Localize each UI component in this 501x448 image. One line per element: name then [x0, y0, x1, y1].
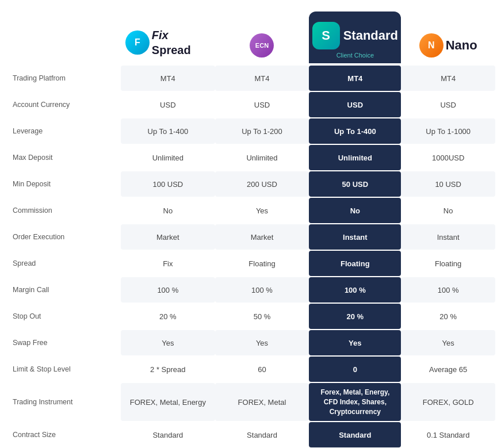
nano-value: Up To 1-1000	[401, 118, 495, 144]
nano-value: 0.1 Standard	[401, 422, 495, 447]
standard-value: USD	[309, 92, 401, 117]
table-row: SpreadFixFloatingFloatingFloating	[6, 251, 495, 276]
standard-value: 20 %	[309, 304, 401, 329]
fix-spread-value: FOREX, Metal, Energy	[121, 383, 215, 421]
fix-spread-value: 2 * Spread	[121, 357, 215, 382]
fix-spread-value: Yes	[121, 330, 215, 355]
standard-subtitle: Client Choice	[336, 52, 374, 59]
standard-value: Instant	[309, 224, 401, 250]
row-label: Account Currency	[6, 92, 121, 117]
fix-label: Fix Spread	[152, 29, 191, 56]
fix-spread-value: MT4	[121, 66, 215, 91]
ecn-value: USD	[215, 92, 309, 117]
standard-value: No	[309, 198, 401, 223]
nano-header: N Nano	[401, 28, 495, 63]
table-row: LeverageUp To 1-400Up To 1-200Up To 1-40…	[6, 118, 495, 144]
nano-value: Floating	[401, 251, 495, 276]
ecn-value: MT4	[215, 66, 309, 91]
ecn-value: 50 %	[215, 304, 309, 329]
standard-title: Standard	[343, 28, 398, 43]
standard-icon-row: S Standard	[312, 22, 398, 49]
standard-value: 0	[309, 357, 401, 382]
nano-value: No	[401, 198, 495, 223]
fix-spread-value: No	[121, 198, 215, 223]
ecn-icon-text: ECN	[255, 42, 269, 49]
ecn-value: 100 %	[215, 277, 309, 303]
ecn-value: 200 USD	[215, 171, 309, 197]
nano-value: Yes	[401, 330, 495, 355]
standard-value: Unlimited	[309, 145, 401, 170]
standard-value: Up To 1-400	[309, 118, 401, 144]
ecn-value: Yes	[215, 198, 309, 223]
table-row: Margin Call100 %100 %100 %100 %	[6, 277, 495, 303]
ecn-value: Up To 1-200	[215, 118, 309, 144]
nano-value: 20 %	[401, 304, 495, 329]
row-label: Spread	[6, 251, 121, 276]
standard-icon: S	[312, 22, 340, 49]
fix-spread-value: Up To 1-400	[121, 118, 215, 144]
data-rows-container: Trading PlatfromMT4MT4MT4MT4Account Curr…	[6, 66, 495, 448]
nano-label: Nano	[446, 38, 477, 53]
standard-value: Floating	[309, 251, 401, 276]
ecn-value: Standard	[215, 422, 309, 447]
row-label: Stop Out	[6, 304, 121, 329]
standard-icon-text: S	[322, 28, 330, 43]
table-row: Max DepositUnlimitedUnlimitedUnlimited10…	[6, 145, 495, 170]
fix-spread-value: Unlimited	[121, 145, 215, 170]
ecn-icon: ECN	[250, 33, 274, 58]
ecn-value: FOREX, Metal	[215, 383, 309, 421]
nano-value: Average 65	[401, 357, 495, 382]
nano-logo: N Nano	[419, 33, 477, 58]
standard-value: Forex, Metal, Energy, CFD Index, Shares,…	[309, 383, 401, 421]
standard-value: 100 %	[309, 277, 401, 303]
ecn-value: Yes	[215, 330, 309, 355]
nano-value: 1000USD	[401, 145, 495, 170]
ecn-header: ECN	[215, 28, 309, 63]
table-row: CommissionNoYesNoNo	[6, 198, 495, 223]
table-row: Stop Out20 %50 %20 %20 %	[6, 304, 495, 329]
fix-spread-logo: F Fix Spread	[125, 28, 211, 58]
nano-value: 10 USD	[401, 171, 495, 197]
table-row: Swap FreeYesYesYesYes	[6, 330, 495, 355]
fix-spread-value: Fix	[121, 251, 215, 276]
nano-value: MT4	[401, 66, 495, 91]
ecn-value: 60	[215, 357, 309, 382]
nano-icon-text: N	[428, 40, 435, 51]
table-row: Trading InstrumentFOREX, Metal, EnergyFO…	[6, 383, 495, 421]
nano-value: USD	[401, 92, 495, 117]
ecn-value: Market	[215, 224, 309, 250]
ecn-logo: ECN	[250, 33, 274, 58]
table-row: Account CurrencyUSDUSDUSDUSD	[6, 92, 495, 117]
standard-value: Standard	[309, 422, 401, 447]
row-label: Limit & Stop Level	[6, 357, 121, 382]
ecn-value: Floating	[215, 251, 309, 276]
standard-header: S Standard Client Choice	[309, 12, 401, 63]
table-row: Order ExecutionMarketMarketInstantInstan…	[6, 224, 495, 250]
fix-spread-value: 20 %	[121, 304, 215, 329]
table-wrapper: F Fix Spread ECN	[6, 12, 495, 448]
row-label: Min Deposit	[6, 171, 121, 197]
standard-value: MT4	[309, 66, 401, 91]
nano-value: 100 %	[401, 277, 495, 303]
row-label: Trading Platfrom	[6, 66, 121, 91]
table-row: Trading PlatfromMT4MT4MT4MT4	[6, 66, 495, 91]
header-row: F Fix Spread ECN	[6, 12, 495, 63]
row-label: Max Deposit	[6, 145, 121, 170]
comparison-table: F Fix Spread ECN	[0, 0, 501, 448]
fix-spread-header: F Fix Spread	[121, 22, 215, 63]
fix-spread-icon: F	[125, 30, 150, 55]
fix-spread-value: 100 USD	[121, 171, 215, 197]
row-label: Leverage	[6, 118, 121, 144]
nano-value: Instant	[401, 224, 495, 250]
row-label: Contract Size	[6, 422, 121, 447]
fix-spread-value: Market	[121, 224, 215, 250]
table-row: Limit & Stop Level2 * Spread600Average 6…	[6, 357, 495, 382]
nano-value: FOREX, GOLD	[401, 383, 495, 421]
standard-value: 50 USD	[309, 171, 401, 197]
standard-logo: S Standard Client Choice	[312, 22, 398, 59]
row-label: Order Execution	[6, 224, 121, 250]
table-row: Contract SizeStandardStandardStandard0.1…	[6, 422, 495, 447]
fix-spread-value: Standard	[121, 422, 215, 447]
standard-value: Yes	[309, 330, 401, 355]
row-label: Commission	[6, 198, 121, 223]
